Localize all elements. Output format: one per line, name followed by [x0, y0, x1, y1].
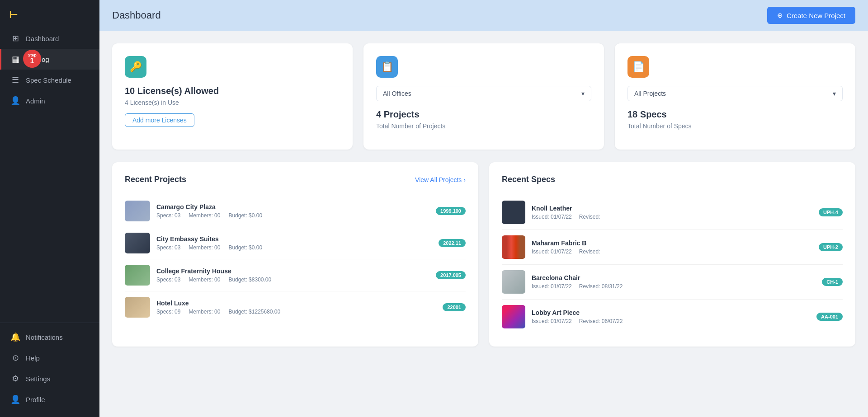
projects-icon: 📋	[376, 56, 398, 78]
specs-card: 📄 All Projects ▾ 18 Specs Total Number o…	[615, 43, 855, 150]
sidebar-item-label: Dashboard	[26, 35, 59, 42]
specs-icon: 📄	[627, 56, 649, 78]
spec-info: Knoll Leather Issued: 01/07/22 Revised:	[532, 205, 812, 220]
project-thumbnail	[125, 297, 150, 318]
recent-specs-title: Recent Specs	[502, 175, 555, 184]
sidebar-item-label: Admin	[26, 97, 45, 105]
spec-badge: UPH-4	[819, 208, 843, 216]
add-licenses-button[interactable]: Add more Licenses	[125, 113, 194, 127]
spec-name: Barcelona Chair	[532, 274, 816, 281]
offices-dropdown[interactable]: All Offices ▾	[376, 86, 591, 101]
spec-meta: Issued: 01/07/22 Revised: 08/31/22	[532, 283, 816, 290]
project-item[interactable]: Camargo City Plaza Specs: 03 Members: 00…	[125, 195, 466, 227]
spec-thumbnail	[502, 305, 525, 328]
view-all-projects-link[interactable]: View All Projects ›	[415, 176, 466, 183]
stats-row: 🔑 10 License(s) Allowed 4 License(s) in …	[112, 43, 855, 150]
sidebar-item-spec-schedule[interactable]: ☰ Spec Schedule	[0, 70, 99, 90]
spec-badge: CH-1	[822, 278, 843, 286]
main-content: Dashboard ⊕ Create New Project 🔑 10 Lice…	[99, 0, 868, 417]
project-info: Camargo City Plaza Specs: 03 Members: 00…	[156, 203, 429, 219]
project-name: City Embassy Suites	[156, 235, 432, 243]
project-name: Hotel Luxe	[156, 300, 436, 307]
spec-name: Lobby Art Piece	[532, 309, 810, 316]
sidebar-item-label: Spec Schedule	[26, 76, 71, 84]
offices-dropdown-label: All Offices	[383, 90, 411, 97]
project-info: City Embassy Suites Specs: 03 Members: 0…	[156, 235, 432, 251]
step-number: 1	[30, 57, 34, 65]
spec-info: Lobby Art Piece Issued: 01/07/22 Revised…	[532, 309, 810, 324]
specs-count: 18 Specs	[627, 109, 843, 120]
projects-count: 4 Projects	[376, 109, 591, 120]
spec-item[interactable]: Barcelona Chair Issued: 01/07/22 Revised…	[502, 265, 843, 300]
project-meta: Specs: 09 Members: 00 Budget: $1225680.0…	[156, 309, 436, 315]
sidebar-item-profile[interactable]: 👤 Profile	[0, 389, 99, 410]
spec-name: Maharam Fabric B	[532, 239, 812, 247]
sidebar-item-label: Profile	[26, 396, 45, 403]
page-header: Dashboard ⊕ Create New Project	[99, 0, 868, 31]
settings-icon: ⚙	[10, 374, 20, 384]
spec-meta: Issued: 01/07/22 Revised:	[532, 248, 812, 255]
sidebar-item-label: Settings	[26, 375, 50, 383]
sidebar-item-help[interactable]: ⊙ Help	[0, 347, 99, 368]
recent-projects-title: Recent Projects	[125, 175, 186, 184]
project-meta: Specs: 03 Members: 00 Budget: $0.00	[156, 244, 432, 251]
chevron-down-icon: ▾	[581, 90, 585, 97]
profile-icon: 👤	[10, 394, 20, 404]
create-button-label: Create New Project	[787, 12, 845, 19]
sidebar-item-label: Notifications	[26, 333, 63, 341]
create-icon: ⊕	[777, 11, 783, 19]
spec-info: Barcelona Chair Issued: 01/07/22 Revised…	[532, 274, 816, 290]
spec-meta: Issued: 01/07/22 Revised:	[532, 214, 812, 220]
spec-badge: UPH-2	[819, 243, 843, 251]
spec-thumbnail	[502, 270, 525, 294]
sidebar-item-dashboard[interactable]: ⊞ Dashboard	[0, 28, 99, 49]
project-thumbnail	[125, 265, 150, 286]
page-title: Dashboard	[112, 9, 161, 21]
spec-meta: Issued: 01/07/22 Revised: 06/07/22	[532, 318, 810, 324]
project-badge: 2017.005	[436, 271, 466, 279]
project-meta: Specs: 03 Members: 00 Budget: $8300.00	[156, 276, 429, 283]
dashboard-icon: ⊞	[10, 33, 20, 43]
chevron-right-icon: ›	[463, 176, 466, 183]
project-badge: 1999.100	[436, 207, 466, 215]
spec-thumbnail	[502, 201, 525, 224]
sidebar-item-notifications[interactable]: 🔔 Notifications	[0, 327, 99, 347]
licenses-sub: 4 License(s) in Use	[125, 99, 340, 106]
project-item[interactable]: City Embassy Suites Specs: 03 Members: 0…	[125, 227, 466, 259]
notifications-icon: 🔔	[10, 332, 20, 342]
create-new-project-button[interactable]: ⊕ Create New Project	[767, 7, 855, 24]
sidebar-item-settings[interactable]: ⚙ Settings	[0, 368, 99, 389]
spec-schedule-icon: ☰	[10, 75, 20, 85]
spec-name: Knoll Leather	[532, 205, 812, 212]
projects-label: Total Number of Projects	[376, 122, 591, 130]
project-info: Hotel Luxe Specs: 09 Members: 00 Budget:…	[156, 300, 436, 315]
spec-item[interactable]: Maharam Fabric B Issued: 01/07/22 Revise…	[502, 230, 843, 265]
project-info: College Fraternity House Specs: 03 Membe…	[156, 267, 429, 283]
sidebar: ⊢ ⊞ Dashboard ▦ Catalog Step 1 ☰ Spec Sc…	[0, 0, 99, 417]
recent-projects-header: Recent Projects View All Projects ›	[125, 175, 466, 184]
sidebar-item-admin[interactable]: 👤 Admin	[0, 90, 99, 111]
project-item[interactable]: College Fraternity House Specs: 03 Membe…	[125, 259, 466, 291]
content-area: 🔑 10 License(s) Allowed 4 License(s) in …	[99, 31, 868, 417]
recent-specs-panel: Recent Specs Knoll Leather Issued: 01/07…	[489, 162, 855, 347]
panels-row: Recent Projects View All Projects › Cama…	[112, 162, 855, 347]
project-thumbnail	[125, 201, 150, 221]
licenses-icon: 🔑	[125, 56, 146, 78]
chevron-down-icon: ▾	[833, 90, 836, 97]
project-name: Camargo City Plaza	[156, 203, 429, 211]
project-badge: 22001	[443, 303, 466, 311]
admin-icon: 👤	[10, 96, 20, 106]
sidebar-logo: ⊢	[0, 0, 99, 28]
recent-projects-panel: Recent Projects View All Projects › Cama…	[112, 162, 478, 347]
licenses-main: 10 License(s) Allowed	[125, 86, 340, 96]
view-all-label: View All Projects	[415, 176, 462, 183]
nav-bottom: 🔔 Notifications ⊙ Help ⚙ Settings 👤 Prof…	[0, 323, 99, 417]
spec-item[interactable]: Lobby Art Piece Issued: 01/07/22 Revised…	[502, 300, 843, 334]
specs-dropdown[interactable]: All Projects ▾	[627, 86, 843, 101]
sidebar-item-label: Help	[26, 354, 40, 362]
spec-item[interactable]: Knoll Leather Issued: 01/07/22 Revised: …	[502, 195, 843, 230]
project-item[interactable]: Hotel Luxe Specs: 09 Members: 00 Budget:…	[125, 291, 466, 323]
specs-label: Total Number of Specs	[627, 122, 843, 130]
sidebar-item-catalog[interactable]: ▦ Catalog Step 1	[0, 49, 99, 70]
project-name: College Fraternity House	[156, 267, 429, 275]
